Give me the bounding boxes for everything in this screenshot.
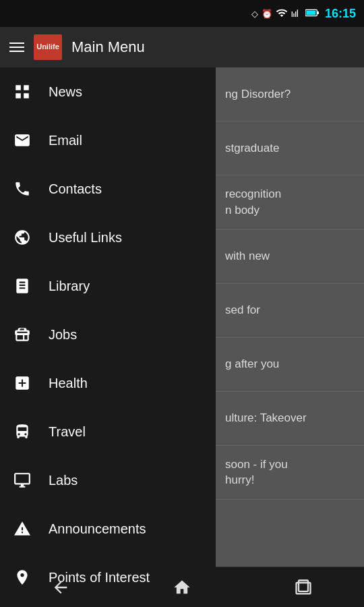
list-item: recognition n body	[216, 175, 364, 230]
svg-rect-1	[317, 11, 319, 14]
svg-rect-2	[306, 10, 315, 15]
item-text-1: stgraduate	[225, 140, 279, 156]
status-icons: ◇ ⏰ 16:15	[251, 7, 356, 21]
content-panel: ng Disorder? stgraduate recognition n bo…	[216, 67, 364, 580]
page-title: Main Menu	[71, 38, 145, 56]
sidebar-item-label-library: Library	[49, 279, 90, 294]
item-text-4: sed for	[225, 302, 260, 318]
list-item: soon - if you hurry!	[216, 446, 364, 500]
sidebar-nav: News Email Contacts Useful Links Library	[0, 67, 216, 580]
battery-icon	[305, 7, 319, 20]
globe-icon	[12, 229, 32, 246]
book-icon	[12, 277, 32, 295]
sidebar-item-label-points-of-interest: Points of Interest	[49, 570, 150, 585]
health-icon	[12, 374, 32, 392]
sidebar-item-announcements[interactable]: Announcements	[0, 504, 216, 553]
item-text-6: ulture: Takeover	[225, 410, 307, 426]
sidebar-item-travel[interactable]: Travel	[0, 407, 216, 456]
list-item: with new	[216, 230, 364, 284]
signal-icon	[291, 7, 302, 20]
phone-icon	[12, 180, 32, 198]
sidebar-item-labs[interactable]: Labs	[0, 456, 216, 504]
sidebar-item-label-announcements: Announcements	[49, 521, 146, 537]
item-text-2: recognition n body	[225, 186, 281, 219]
item-text-7: soon - if you hurry!	[225, 457, 288, 489]
item-text-5: g after you	[225, 356, 279, 372]
grid-icon	[12, 83, 32, 100]
location-icon	[12, 569, 32, 586]
sidebar-item-useful-links[interactable]: Useful Links	[0, 213, 216, 262]
logo-text: Unilife	[36, 42, 59, 51]
recents-button[interactable]	[283, 574, 324, 601]
bus-icon	[12, 423, 32, 440]
app-logo: Unilife	[34, 34, 62, 60]
sidebar-item-label-jobs: Jobs	[49, 327, 77, 343]
list-item: ulture: Takeover	[216, 392, 364, 446]
sidebar-item-label-useful-links: Useful Links	[49, 230, 122, 245]
sidebar-item-contacts[interactable]: Contacts	[0, 165, 216, 213]
sidebar-item-label-news: News	[49, 84, 82, 100]
main-content: News Email Contacts Useful Links Library	[0, 67, 364, 580]
list-item: g after you	[216, 338, 364, 392]
list-item: stgraduate	[216, 121, 364, 175]
status-bar: ◇ ⏰ 16:15	[0, 0, 364, 27]
hamburger-button[interactable]	[9, 42, 24, 52]
email-icon	[12, 132, 32, 149]
list-item: sed for	[216, 284, 364, 338]
wifi-icon	[276, 7, 288, 21]
sim-icon: ◇	[251, 9, 258, 19]
sidebar-item-label-email: Email	[49, 133, 82, 148]
clock: 16:15	[325, 7, 356, 21]
sidebar-item-health[interactable]: Health	[0, 359, 216, 407]
sidebar-item-news[interactable]: News	[0, 67, 216, 116]
sidebar-item-label-contacts: Contacts	[49, 181, 102, 197]
item-text-3: with new	[225, 248, 270, 264]
sidebar-item-email[interactable]: Email	[0, 116, 216, 165]
sidebar-item-points-of-interest[interactable]: Points of Interest	[0, 553, 216, 602]
list-item: ng Disorder?	[216, 67, 364, 121]
item-text-0: ng Disorder?	[225, 86, 291, 103]
sidebar-item-label-travel: Travel	[49, 424, 86, 440]
warning-icon	[12, 520, 32, 538]
sidebar-item-library[interactable]: Library	[0, 262, 216, 310]
sidebar-item-label-labs: Labs	[49, 473, 78, 488]
monitor-icon	[12, 471, 32, 489]
alarm-icon: ⏰	[262, 9, 272, 19]
briefcase-icon	[12, 326, 32, 343]
app-header: Unilife Main Menu	[0, 27, 364, 67]
sidebar-item-label-health: Health	[49, 376, 88, 391]
sidebar-item-jobs[interactable]: Jobs	[0, 310, 216, 359]
